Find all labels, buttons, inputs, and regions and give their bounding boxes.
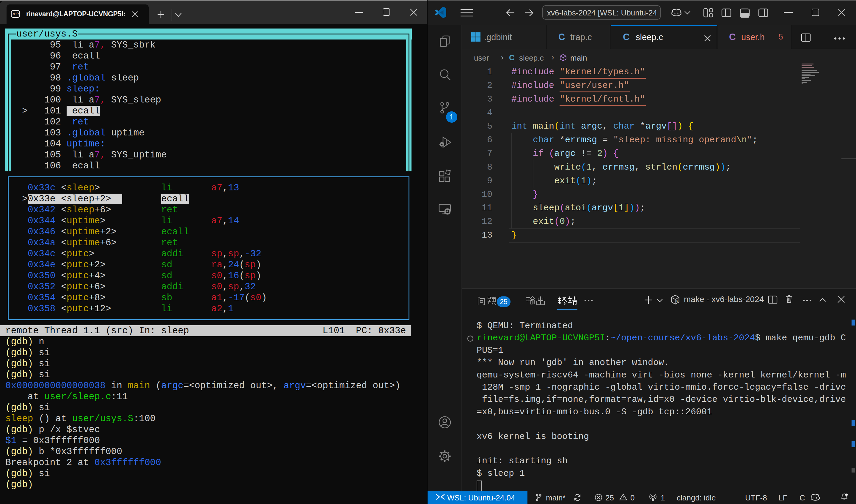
svg-text:$: $ [676,299,678,303]
